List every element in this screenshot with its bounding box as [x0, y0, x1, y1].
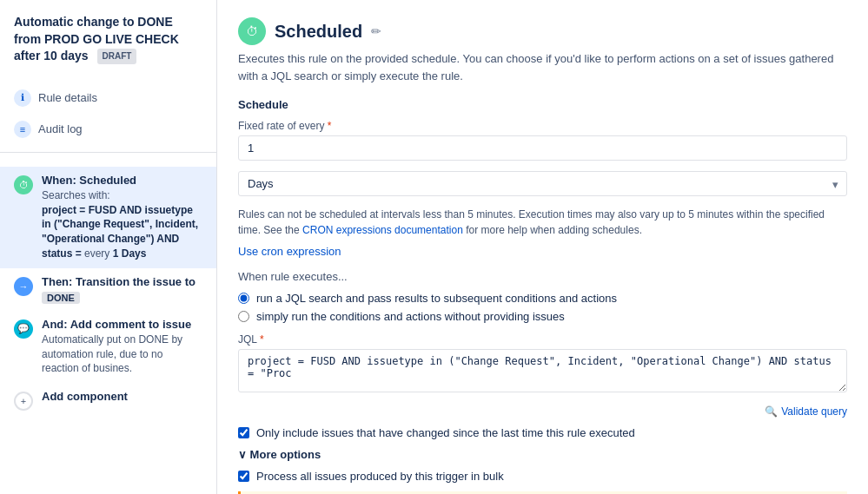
step-desc-when: Searches with: project = FUSD AND issuet… — [42, 188, 202, 261]
rule-details-label: Rule details — [38, 91, 97, 104]
sidebar-item-audit-log[interactable]: ≡ Audit log — [0, 114, 216, 145]
schedule-info-text: Rules can not be scheduled at intervals … — [238, 207, 847, 238]
bulk-row[interactable]: Process all issues produced by this trig… — [238, 470, 847, 483]
sidebar: Automatic change to DONE from PROD GO LI… — [0, 0, 217, 494]
step-when-scheduled[interactable]: ⏱ When: Scheduled Searches with: project… — [0, 167, 216, 268]
clock-icon: ⏱ — [14, 175, 33, 194]
scheduled-icon: ⏱ — [238, 17, 266, 45]
step-title-when: When: Scheduled — [42, 174, 202, 187]
add-icon: + — [14, 392, 33, 411]
fixed-rate-group: Fixed rate of every * — [238, 120, 847, 161]
sidebar-nav: ℹ Rule details ≡ Audit log — [0, 76, 216, 153]
radio-option-jql[interactable]: run a JQL search and pass results to sub… — [238, 292, 847, 305]
radio-group: run a JQL search and pass results to sub… — [238, 292, 847, 323]
required-marker: * — [328, 120, 332, 132]
only-changed-row[interactable]: Only include issues that have changed si… — [238, 426, 847, 439]
only-changed-checkbox[interactable] — [238, 427, 249, 438]
search-icon: 🔍 — [765, 405, 778, 418]
cron-doc-link[interactable]: CRON expressions documentation — [302, 224, 463, 236]
step-title-then: Then: Transition the issue to — [42, 275, 202, 288]
panel-title: Scheduled — [275, 22, 362, 42]
days-select-wrapper: Days Hours Minutes — [238, 171, 847, 196]
radio-simple-label: simply run the conditions and actions wi… — [256, 310, 565, 323]
jql-required: * — [260, 333, 264, 346]
edit-icon[interactable]: ✏ — [371, 24, 381, 38]
list-icon: ≡ — [14, 121, 31, 138]
step-title-add: Add component — [42, 390, 202, 403]
only-changed-label: Only include issues that have changed si… — [256, 426, 635, 439]
bulk-label: Process all issues produced by this trig… — [256, 470, 504, 483]
jql-label: JQL * — [238, 333, 847, 346]
radio-jql-label: run a JQL search and pass results to sub… — [256, 292, 617, 305]
page-title: Automatic change to DONE from PROD GO LI… — [14, 14, 202, 65]
panel-description: Executes this rule on the provided sched… — [238, 50, 847, 84]
workflow-steps: ⏱ When: Scheduled Searches with: project… — [0, 160, 216, 480]
step-desc-and: Automatically put on DONE by automation … — [42, 333, 202, 376]
days-select-group: Days Hours Minutes — [238, 171, 847, 196]
radio-jql[interactable] — [238, 293, 249, 304]
info-icon: ℹ — [14, 89, 31, 107]
sidebar-title-area: Automatic change to DONE from PROD GO LI… — [0, 14, 216, 76]
use-cron-link[interactable]: Use cron expression — [238, 245, 341, 258]
comment-icon: 💬 — [14, 319, 33, 339]
draft-badge: DRAFT — [97, 49, 137, 64]
audit-log-label: Audit log — [38, 122, 83, 135]
jql-group: JQL * project = FUSD AND issuetype in ("… — [238, 333, 847, 395]
more-options-toggle[interactable]: ∨ More options — [238, 448, 847, 461]
panel-header: ⏱ Scheduled ✏ — [238, 17, 847, 45]
radio-option-simple[interactable]: simply run the conditions and actions wi… — [238, 310, 847, 323]
validate-query-link[interactable]: 🔍 Validate query — [238, 405, 847, 418]
fixed-rate-label: Fixed rate of every * — [238, 120, 847, 132]
arrow-icon: → — [14, 277, 33, 296]
days-select[interactable]: Days Hours Minutes — [238, 171, 847, 196]
fixed-rate-input[interactable] — [238, 135, 847, 161]
jql-textarea[interactable]: project = FUSD AND issuetype in ("Change… — [238, 349, 847, 392]
radio-simple[interactable] — [238, 311, 249, 322]
step-title-and: And: Add comment to issue — [42, 318, 202, 331]
main-panel: ⏱ Scheduled ✏ Executes this rule on the … — [217, 0, 868, 494]
when-rule-executes-label: When rule executes... — [238, 270, 847, 283]
sidebar-item-rule-details[interactable]: ℹ Rule details — [0, 82, 216, 114]
schedule-section-label: Schedule — [238, 98, 847, 111]
step-and-comment[interactable]: 💬 And: Add comment to issue Automaticall… — [0, 311, 216, 383]
bulk-checkbox[interactable] — [238, 471, 249, 482]
step-then-transition[interactable]: → Then: Transition the issue to DONE — [0, 268, 216, 311]
step-add-component[interactable]: + Add component — [0, 383, 216, 418]
done-badge: DONE — [42, 292, 80, 304]
